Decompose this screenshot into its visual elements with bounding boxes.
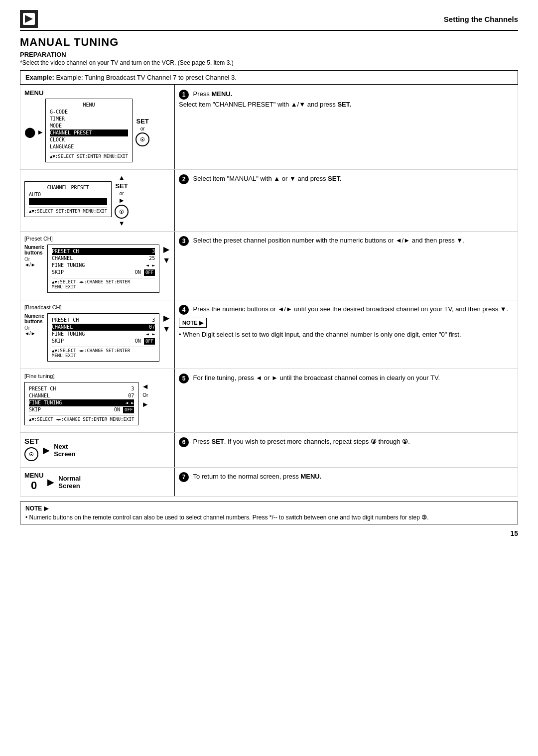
screen-5: PRESET CH3 CHANNEL07 FINE TUNING◄ ► SKIP…	[24, 382, 138, 425]
example-text: Example: Tuning Broadcast TV Channel 7 t…	[56, 74, 237, 81]
left-cell-2: CHANNEL PRESET AUTO ▲▼:SELECT SET:ENTER …	[20, 170, 175, 232]
table-row: [Broadcast CH] Numericbuttons Or ◄/► PRE…	[20, 300, 518, 369]
page-number: 15	[20, 529, 518, 537]
right-cell-5: 5 For fine tuning, press ◄ or ► until th…	[175, 369, 518, 433]
left-cell-4: [Broadcast CH] Numericbuttons Or ◄/► PRE…	[20, 300, 175, 369]
table-row: [Preset CH] Numericbuttons Or ◄/► PRESET…	[20, 232, 518, 300]
table-row: MENU 0 ▶ NormalScreen 7 To return to the…	[20, 468, 518, 497]
set-circle-6: ⦿	[24, 447, 38, 461]
set-circle-1: ⦿	[135, 132, 149, 146]
bottom-note-text: • Numeric buttons on the remote control …	[25, 514, 513, 521]
screen-3: PRESET CH3 CHANNEL25 FINE TUNING◄ ► SKIP…	[47, 245, 159, 293]
right-cell-6: 6 Press SET. If you wish to preset more …	[175, 433, 518, 468]
header-title: Setting the Channels	[444, 15, 518, 23]
screen-2: CHANNEL PRESET AUTO ▲▼:SELECT SET:ENTER …	[24, 181, 112, 217]
menu-arrow-icon: ⬤	[24, 126, 35, 138]
example-label: Example:	[25, 74, 56, 81]
right-cell-7: 7 To return to the normal screen, press …	[175, 468, 518, 497]
set-circle-2: ⦿	[115, 205, 129, 219]
left-cell-6: SET ⦿ ▶ NextScreen	[20, 433, 175, 468]
table-row: MENU ⬤ ▶ MENU G-CODE TIMER MODE CHANNEL …	[20, 85, 518, 170]
header-logo	[20, 10, 38, 28]
right-cell-2: 2 Select item "MANUAL" with ▲ or ▼ and p…	[175, 170, 518, 232]
left-cell-7: MENU 0 ▶ NormalScreen	[20, 468, 175, 497]
bottom-note-box: NOTE ▶ • Numeric buttons on the remote c…	[20, 502, 518, 524]
example-box: Example: Example: Tuning Broadcast TV Ch…	[20, 70, 518, 85]
left-cell-5: [Fine tuning] PRESET CH3 CHANNEL07 FINE …	[20, 369, 175, 433]
header-bar: Setting the Channels	[20, 10, 518, 31]
main-table: MENU ⬤ ▶ MENU G-CODE TIMER MODE CHANNEL …	[20, 85, 518, 497]
right-cell-1: 1 Press MENU. Select item "CHANNEL PRESE…	[175, 85, 518, 170]
preparation-label: PREPARATION	[20, 51, 518, 58]
table-row: SET ⦿ ▶ NextScreen 6 Press SET. If you w…	[20, 433, 518, 468]
left-cell-3: [Preset CH] Numericbuttons Or ◄/► PRESET…	[20, 232, 175, 300]
left-cell-1: MENU ⬤ ▶ MENU G-CODE TIMER MODE CHANNEL …	[20, 85, 175, 170]
normal-screen-label: NormalScreen	[58, 475, 81, 490]
right-cell-3: 3 Select the preset channel position num…	[175, 232, 518, 300]
preparation-note: *Select the video channel on your TV and…	[20, 59, 518, 66]
right-cell-4: 4 Press the numeric buttons or ◄/► until…	[175, 300, 518, 369]
menu-label: MENU	[24, 89, 43, 97]
section-title: MANUAL TUNING	[20, 36, 518, 49]
screen-4: PRESET CH3 CHANNEL07 FINE TUNING◄ ► SKIP…	[47, 313, 159, 362]
screen-1: MENU G-CODE TIMER MODE CHANNEL PRESET CL…	[45, 99, 133, 162]
table-row: [Fine tuning] PRESET CH3 CHANNEL07 FINE …	[20, 369, 518, 433]
next-screen-label: NextScreen	[54, 443, 75, 458]
table-row: CHANNEL PRESET AUTO ▲▼:SELECT SET:ENTER …	[20, 170, 518, 232]
